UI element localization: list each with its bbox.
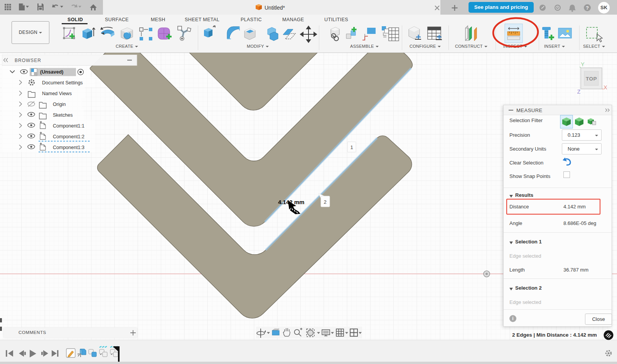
svg-text:Component1:2: Component1:2 (53, 134, 84, 139)
svg-text:Named Views: Named Views (42, 91, 72, 96)
svg-text:Origin: Origin (53, 102, 66, 107)
svg-text:?: ? (586, 5, 589, 11)
svg-text:X: X (604, 84, 607, 91)
svg-text:2: 2 (324, 199, 326, 205)
svg-text:TOP: TOP (586, 76, 597, 82)
svg-text:Component1:1: Component1:1 (53, 123, 84, 129)
svg-text:Sketches: Sketches (53, 112, 72, 118)
svg-text:Document Settings: Document Settings (42, 80, 83, 86)
svg-text:BROWSER: BROWSER (15, 58, 41, 63)
svg-text:Component1:3: Component1:3 (53, 145, 84, 150)
svg-text:1: 1 (350, 144, 353, 150)
svg-text:Y: Y (581, 61, 585, 67)
svg-text:(Unsaved): (Unsaved) (40, 69, 63, 75)
svg-text:Z: Z (577, 89, 581, 95)
